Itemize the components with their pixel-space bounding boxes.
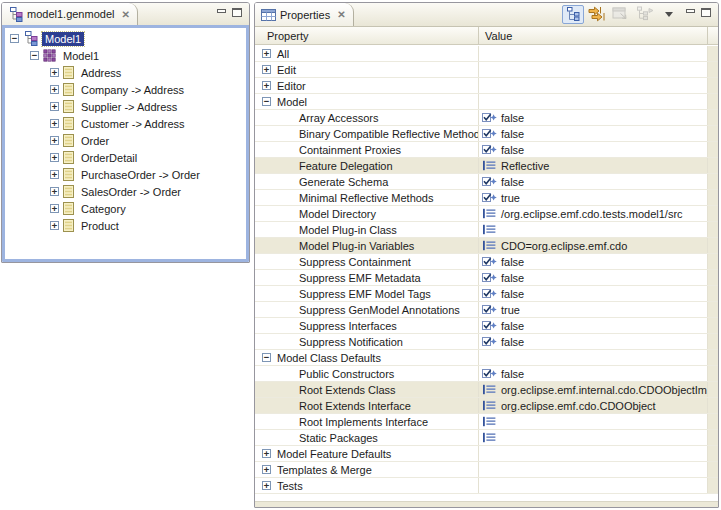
tab-model1-genmodel[interactable]: model1.genmodel ✕ [2, 3, 138, 25]
property-row[interactable]: Suppress GenModel Annotations true [255, 302, 718, 318]
expander-icon[interactable]: + [50, 68, 59, 77]
property-row[interactable]: Array Accessors false [255, 110, 718, 126]
tree-item[interactable]: + Supplier -> Address [5, 98, 246, 115]
property-name: Suppress EMF Model Tags [299, 288, 431, 300]
tree-item[interactable]: + Product [5, 217, 246, 234]
tree-item-label: PurchaseOrder -> Order [78, 168, 203, 182]
tree-item-label: Model1 [60, 49, 102, 63]
property-row[interactable]: Generate Schema false [255, 174, 718, 190]
property-row[interactable]: + Editor [255, 78, 718, 94]
property-row[interactable]: Root Extends Class org.eclipse.emf.inter… [255, 382, 718, 398]
expander-icon[interactable]: + [50, 119, 59, 128]
expander-icon[interactable]: + [50, 221, 59, 230]
expander-icon[interactable]: − [262, 353, 271, 362]
tab-properties[interactable]: Properties ✕ [255, 3, 354, 26]
editor-tab-title: model1.genmodel [27, 8, 114, 20]
show-tree-mode-button[interactable] [562, 5, 584, 24]
tree-item[interactable]: + Category [5, 200, 246, 217]
expander-icon[interactable]: − [10, 34, 19, 43]
property-row[interactable]: Minimal Reflective Methods true [255, 190, 718, 206]
property-row[interactable]: Binary Compatible Reflective Methods fal… [255, 126, 718, 142]
tree-item[interactable]: + PurchaseOrder -> Order [5, 166, 246, 183]
expander-icon[interactable]: + [262, 481, 271, 490]
property-row[interactable]: + Templates & Merge [255, 462, 718, 478]
minimize-icon[interactable] [686, 9, 695, 13]
class-icon [63, 151, 74, 164]
column-header-property[interactable]: Property [255, 27, 479, 44]
tree-item-label: Address [78, 66, 124, 80]
property-row[interactable]: Static Packages [255, 430, 718, 446]
property-name: Feature Delegation [299, 160, 393, 172]
class-icon [63, 66, 74, 79]
property-row[interactable]: Model Directory /org.eclipse.emf.cdo.tes… [255, 206, 718, 222]
property-value: false [501, 176, 524, 188]
expander-icon[interactable]: + [50, 102, 59, 111]
checkbox-icon [482, 320, 497, 331]
column-header-value[interactable]: Value [479, 27, 708, 44]
property-value: false [501, 256, 524, 268]
property-row[interactable]: Suppress Interfaces false [255, 318, 718, 334]
close-icon[interactable]: ✕ [337, 9, 345, 20]
property-row[interactable]: − Model Class Defaults [255, 350, 718, 366]
tree-item-label: OrderDetail [78, 151, 140, 165]
property-name: Editor [277, 80, 306, 92]
maximize-icon[interactable] [701, 8, 711, 17]
close-icon[interactable]: ✕ [121, 9, 129, 20]
expander-icon[interactable]: + [262, 81, 271, 90]
expander-icon[interactable]: + [262, 465, 271, 474]
pin-to-selection-button[interactable] [634, 5, 656, 24]
expander-icon[interactable]: + [50, 170, 59, 179]
list-icon [482, 416, 497, 427]
property-name: Suppress Containment [299, 256, 411, 268]
list-icon [482, 208, 497, 219]
checkbox-icon [482, 144, 497, 155]
expander-icon[interactable]: + [50, 85, 59, 94]
property-row[interactable]: Root Implements Interface [255, 414, 718, 430]
expander-icon[interactable]: + [262, 49, 271, 58]
restore-default-value-button[interactable] [610, 5, 632, 24]
tree-item[interactable]: + Customer -> Address [5, 115, 246, 132]
property-row[interactable]: Root Extends Interface org.eclipse.emf.c… [255, 398, 718, 414]
property-row[interactable]: − Model [255, 94, 718, 110]
property-row[interactable]: Suppress Containment false [255, 254, 718, 270]
tree-item[interactable]: + Company -> Address [5, 81, 246, 98]
chevron-down-icon [665, 12, 673, 17]
class-icon [63, 219, 74, 232]
tree-item-label: SalesOrder -> Order [78, 185, 184, 199]
property-row[interactable]: Containment Proxies false [255, 142, 718, 158]
expander-icon[interactable]: + [50, 153, 59, 162]
tree-item[interactable]: + OrderDetail [5, 149, 246, 166]
property-row[interactable]: Model Plug-in Variables CDO=org.eclipse.… [255, 238, 718, 254]
property-row[interactable]: + All [255, 46, 718, 62]
tree-item-label: Product [78, 219, 122, 233]
tree-item[interactable]: − Model1 [5, 30, 246, 47]
property-row[interactable]: Feature Delegation Reflective [255, 158, 718, 174]
property-row[interactable]: Suppress EMF Model Tags false [255, 286, 718, 302]
property-row[interactable]: Public Constructors false [255, 366, 718, 382]
expander-icon[interactable]: + [262, 65, 271, 74]
expander-icon[interactable]: − [30, 51, 39, 60]
class-icon [63, 134, 74, 147]
tree-item[interactable]: + Address [5, 64, 246, 81]
maximize-icon[interactable] [232, 8, 242, 17]
checkbox-icon [482, 176, 497, 187]
list-icon [482, 384, 497, 395]
expander-icon[interactable]: + [50, 204, 59, 213]
expander-icon[interactable]: + [50, 187, 59, 196]
property-row[interactable]: + Model Feature Defaults [255, 446, 718, 462]
property-row[interactable]: + Tests [255, 478, 718, 494]
view-menu-button[interactable] [658, 5, 680, 24]
tree-item[interactable]: + Order [5, 132, 246, 149]
property-row[interactable]: Model Plug-in Class [255, 222, 718, 238]
expander-icon[interactable]: − [262, 97, 271, 106]
minimize-icon[interactable] [217, 9, 226, 13]
property-row[interactable]: Suppress EMF Metadata false [255, 270, 718, 286]
property-row[interactable]: Suppress Notification false [255, 334, 718, 350]
property-value: true [501, 192, 520, 204]
show-advanced-properties-button[interactable] [586, 5, 608, 24]
tree-item[interactable]: + SalesOrder -> Order [5, 183, 246, 200]
tree-item[interactable]: − Model1 [5, 47, 246, 64]
property-row[interactable]: + Edit [255, 62, 718, 78]
expander-icon[interactable]: + [50, 136, 59, 145]
expander-icon[interactable]: + [262, 449, 271, 458]
